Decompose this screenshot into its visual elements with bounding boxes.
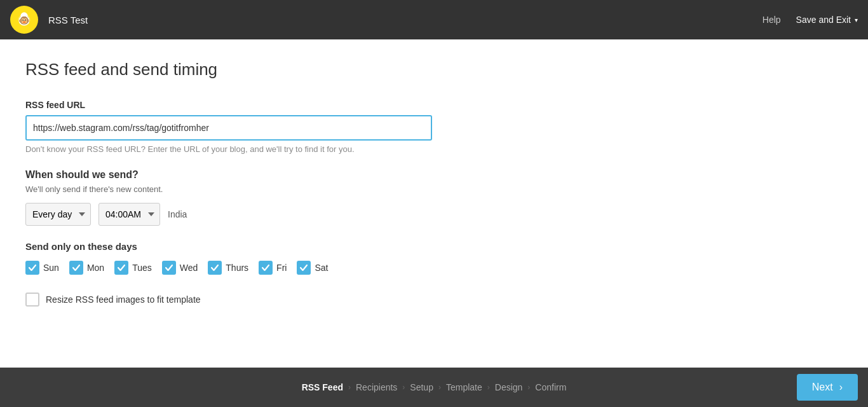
app-title: RSS Test (48, 15, 88, 25)
breadcrumb-sep-1: › (348, 383, 351, 392)
resize-checkbox[interactable] (25, 293, 39, 307)
checkmark-icon (211, 265, 219, 271)
next-label: Next (812, 382, 833, 393)
day-item-wed: Wed (162, 261, 198, 275)
breadcrumb-setup[interactable]: Setup (410, 382, 433, 392)
resize-section: Resize RSS feed images to fit template (25, 293, 843, 307)
checkmark-icon (300, 265, 308, 271)
nav-right: Help Save and Exit ▾ (763, 15, 858, 25)
day-checkbox-sun[interactable] (25, 261, 39, 275)
next-arrow-icon: › (839, 382, 843, 393)
breadcrumb-design[interactable]: Design (495, 382, 523, 392)
mailchimp-icon: 🐵 (15, 11, 33, 29)
frequency-dropdown[interactable]: Every day Weekly Monthly (25, 203, 91, 226)
main-content: RSS feed and send timing RSS feed URL Do… (0, 39, 868, 368)
rss-url-section: RSS feed URL Don't know your RSS feed UR… (25, 100, 843, 154)
day-checkbox-mon[interactable] (69, 261, 83, 275)
footer-nav: RSS Feed › Recipients › Setup › Template… (0, 368, 868, 407)
send-timing-section: When should we send? We'll only send if … (25, 169, 843, 226)
send-days-heading: Send only on these days (25, 241, 843, 252)
day-checkbox-wed[interactable] (162, 261, 176, 275)
when-send-heading: When should we send? (25, 169, 843, 181)
day-checkbox-fri[interactable] (259, 261, 273, 275)
nav-left: 🐵 RSS Test (10, 6, 88, 34)
checkmark-icon (165, 265, 173, 271)
send-days-section: Send only on these days Sun Mon (25, 241, 843, 275)
checkmark-icon (118, 265, 125, 271)
top-nav: 🐵 RSS Test Help Save and Exit ▾ (0, 0, 868, 39)
checkmark-icon (29, 265, 36, 271)
day-checkbox-thu[interactable] (208, 261, 222, 275)
checkmark-icon (262, 265, 269, 271)
breadcrumb-sep-2: › (402, 383, 405, 392)
page-title: RSS feed and send timing (25, 60, 843, 79)
rss-url-label: RSS feed URL (25, 100, 843, 110)
mailchimp-logo: 🐵 (10, 6, 38, 34)
breadcrumb-template[interactable]: Template (446, 382, 482, 392)
day-label-sat: Sat (315, 263, 328, 273)
day-label-fri: Fri (276, 263, 287, 273)
breadcrumb-rss-feed[interactable]: RSS Feed (302, 382, 343, 392)
day-item-sat: Sat (297, 261, 328, 275)
breadcrumb-sep-4: › (487, 383, 490, 392)
day-item-mon: Mon (69, 261, 104, 275)
svg-text:🐵: 🐵 (18, 15, 31, 26)
day-item-thu: Thurs (208, 261, 248, 275)
time-dropdown[interactable]: 04:00AM 08:00AM 12:00PM (98, 203, 160, 226)
day-item-sun: Sun (25, 261, 59, 275)
day-label-tue: Tues (132, 263, 152, 273)
when-send-subtext: We'll only send if there's new content. (25, 184, 843, 194)
help-link[interactable]: Help (763, 15, 781, 25)
day-label-sun: Sun (43, 263, 59, 273)
day-label-thu: Thurs (226, 263, 248, 273)
breadcrumb-sep-5: › (527, 383, 530, 392)
rss-url-helper-text: Don't know your RSS feed URL? Enter the … (25, 144, 843, 154)
day-item-fri: Fri (259, 261, 287, 275)
save-exit-label: Save and Exit (796, 15, 851, 25)
timezone-label: India (168, 209, 187, 219)
day-checkbox-tue[interactable] (114, 261, 128, 275)
resize-label: Resize RSS feed images to fit template (46, 294, 201, 305)
breadcrumb-confirm[interactable]: Confirm (535, 382, 566, 392)
day-checkbox-sat[interactable] (297, 261, 311, 275)
save-exit-button[interactable]: Save and Exit ▾ (796, 15, 858, 25)
send-timing-row: Every day Weekly Monthly 04:00AM 08:00AM… (25, 203, 843, 226)
day-label-wed: Wed (180, 263, 198, 273)
day-item-tue: Tues (114, 261, 152, 275)
next-button[interactable]: Next › (797, 374, 858, 401)
days-row: Sun Mon Tues (25, 261, 843, 275)
checkmark-icon (72, 265, 80, 271)
breadcrumb-nav: RSS Feed › Recipients › Setup › Template… (302, 382, 567, 392)
save-exit-chevron-icon: ▾ (855, 17, 858, 24)
rss-url-input[interactable] (25, 115, 432, 141)
day-label-mon: Mon (87, 263, 104, 273)
breadcrumb-sep-3: › (438, 383, 441, 392)
breadcrumb-recipients[interactable]: Recipients (356, 382, 397, 392)
